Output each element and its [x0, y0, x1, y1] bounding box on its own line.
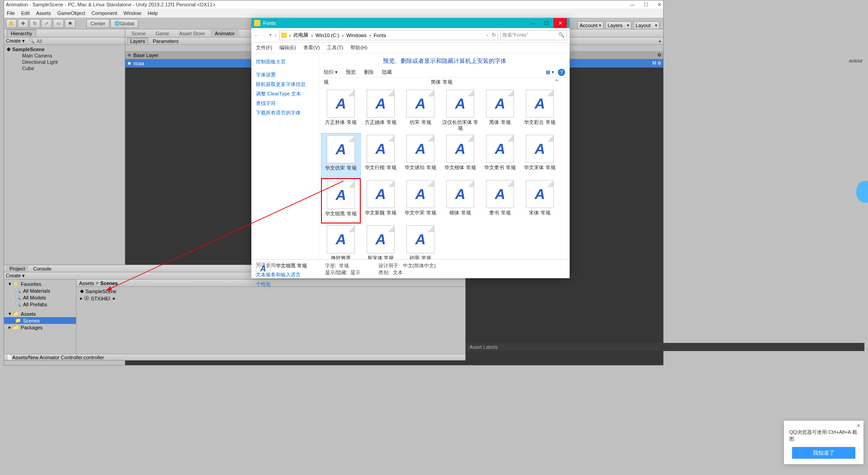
font-item[interactable]: 宋体 常规 — [520, 178, 560, 223]
hide-button[interactable]: 隐藏 — [382, 69, 392, 76]
popup-ok-button[interactable]: 我知道了 — [792, 447, 855, 459]
font-item[interactable]: 华文楷体 常规 — [440, 133, 480, 178]
sidebar-link[interactable]: 联机获取更多字体信息 — [256, 80, 314, 89]
font-item[interactable]: 华文隶书 常规 — [480, 133, 520, 178]
menu-view[interactable]: 查看(V) — [303, 44, 320, 51]
sidebar-link[interactable]: 查找字符 — [256, 99, 314, 108]
menu-component[interactable]: Component — [91, 10, 117, 16]
font-item[interactable]: 华文细黑 常规 — [321, 178, 361, 223]
chevron-down-icon[interactable]: ⌄ — [486, 32, 489, 38]
back-icon[interactable]: ← — [254, 33, 259, 38]
hierarchy-item[interactable]: Cube — [4, 65, 125, 71]
help-icon[interactable]: ? — [558, 69, 565, 76]
fav-item[interactable]: 🔍 All Models — [4, 294, 76, 301]
subtab-parameters[interactable]: Parameters — [153, 38, 179, 44]
move-tool-icon[interactable]: ✥ — [18, 19, 28, 28]
favorites-header[interactable]: ▾ ⭐ Favorites — [4, 280, 76, 287]
close-icon[interactable]: ✕ — [856, 423, 861, 429]
menu-help[interactable]: 帮助(H) — [350, 44, 367, 51]
sidebar-link[interactable]: 控制面板主页 — [256, 57, 314, 66]
tab-scene[interactable]: Scene — [127, 30, 150, 37]
font-item[interactable]: 华文琥珀 常规 — [401, 133, 440, 178]
menu-window[interactable]: Window — [123, 10, 141, 16]
tab-game[interactable]: Game — [151, 30, 174, 37]
forward-icon[interactable]: → — [262, 33, 267, 38]
pivot-center-button[interactable]: Center — [86, 19, 109, 28]
minimize-icon[interactable]: — — [630, 2, 635, 8]
menu-help[interactable]: Help — [147, 10, 158, 16]
address-box[interactable]: ›此电脑 ›Win10 (C:) ›Windows ›Fonts ⌄↻ — [279, 30, 499, 40]
hand-tool-icon[interactable]: ✋ — [6, 19, 17, 28]
font-item[interactable]: 幼圆 常规 — [401, 223, 440, 259]
project-item-font[interactable]: ▸ Ⓐ STXIHEI ◂ — [79, 294, 462, 302]
sidebar-link[interactable]: 个性化 — [256, 280, 314, 289]
maximize-icon[interactable]: ☐ — [644, 2, 648, 8]
search-input[interactable]: 搜索"Fonts"🔍 — [500, 30, 567, 40]
sidebar-link[interactable]: 调整 ClearType 文本 — [256, 89, 314, 99]
recent-dropdown-icon[interactable]: ▾ — [269, 33, 272, 38]
add-layer-button[interactable]: + — [659, 38, 661, 44]
font-item[interactable]: 汉仪长仿宋体 常规 — [440, 88, 480, 133]
layout-dropdown[interactable]: Layout▾ — [633, 21, 660, 29]
menu-edit[interactable]: 编辑(E) — [279, 44, 296, 51]
side-bubble-icon[interactable] — [856, 181, 868, 203]
menu-tools[interactable]: 工具(T) — [327, 44, 343, 51]
hierarchy-item[interactable]: Directional Light — [4, 59, 125, 65]
font-item[interactable]: 华文新魏 常规 — [361, 178, 401, 223]
up-icon[interactable]: ↑ — [274, 33, 277, 38]
rect-tool-icon[interactable]: ▭ — [53, 19, 64, 28]
hierarchy-search-hint[interactable]: All — [37, 38, 42, 44]
font-item[interactable]: 华文仿宋 常规 — [321, 133, 361, 178]
organize-button[interactable]: 组织 ▾ — [324, 69, 338, 76]
minimize-icon[interactable]: — — [526, 18, 540, 28]
rotate-tool-icon[interactable]: ↻ — [29, 19, 40, 28]
pivot-global-button[interactable]: 🌐 Global — [110, 19, 138, 28]
explorer-titlebar[interactable]: Fonts — ☐ ✕ — [251, 18, 570, 28]
refresh-icon[interactable]: ↻ — [492, 32, 496, 38]
view-options-icon[interactable]: ▦ ▾ — [546, 69, 554, 75]
tab-console[interactable]: Console — [29, 266, 55, 272]
tab-animator[interactable]: Animator — [210, 30, 239, 37]
packages-folder[interactable]: ▸ 📁 Packages — [4, 324, 76, 331]
font-item[interactable]: 微软雅黑 — [321, 223, 361, 259]
font-item[interactable]: 隶书 常规 — [480, 178, 520, 223]
layers-dropdown[interactable]: Layers▾ — [605, 21, 632, 29]
account-dropdown[interactable]: Account▾ — [577, 21, 604, 29]
delete-button[interactable]: 删除 — [364, 69, 374, 76]
menu-file[interactable]: File — [7, 10, 15, 16]
font-item[interactable]: 华文中宋 常规 — [401, 178, 440, 223]
tab-asset-store[interactable]: Asset Store — [175, 30, 209, 37]
transform-tool-icon[interactable]: ✱ — [65, 19, 75, 28]
font-item[interactable]: 楷体 常规 — [440, 178, 480, 223]
sidebar-link[interactable]: 字体设置 — [256, 70, 314, 80]
menu-gameobject[interactable]: GameObject — [57, 10, 85, 16]
fav-item[interactable]: 🔍 All Materials — [4, 287, 76, 294]
hierarchy-item[interactable]: Main Camera — [4, 52, 125, 59]
fav-item[interactable]: 🔍 All Prefabs — [4, 301, 76, 308]
font-item[interactable]: 华文行楷 常规 — [361, 133, 401, 178]
hierarchy-tab[interactable]: Hierarchy — [7, 29, 36, 37]
scene-row[interactable]: ◆ SampleScene — [4, 46, 125, 52]
maximize-icon[interactable]: ☐ — [540, 18, 553, 28]
menu-file[interactable]: 文件(F) — [256, 44, 272, 51]
font-item[interactable]: 黑体 常规 — [480, 88, 520, 133]
close-icon[interactable]: ✕ — [657, 2, 661, 8]
chevron-up-icon[interactable]: ⌃ — [555, 79, 559, 86]
close-icon[interactable]: ✕ — [553, 18, 567, 28]
font-item[interactable]: 方正姚体 常规 — [361, 88, 401, 133]
font-item[interactable]: 仿宋 常规 — [401, 88, 440, 133]
font-item[interactable]: 方正舒体 常规 — [321, 88, 361, 133]
font-item[interactable]: 新宋体 常规 — [361, 223, 401, 259]
layer-settings-icon[interactable]: M ⚙ — [652, 61, 661, 66]
gear-icon[interactable]: ⚙ — [657, 52, 661, 57]
assets-folder[interactable]: ▾ 📁 Assets — [4, 310, 76, 317]
project-create[interactable]: Create ▾ — [6, 273, 25, 279]
sidebar-link[interactable]: 下载所有语言的字体 — [256, 108, 314, 118]
hierarchy-create[interactable]: Create ▾ — [6, 38, 25, 44]
scenes-folder[interactable]: 📁 Scenes — [4, 317, 76, 324]
menu-assets[interactable]: Assets — [36, 10, 51, 16]
font-item[interactable]: 华文彩云 常规 — [520, 88, 560, 133]
font-grid[interactable]: 规简体 常规⌃ 方正舒体 常规方正姚体 常规仿宋 常规汉仪长仿宋体 常规黑体 常… — [319, 78, 570, 259]
menu-edit[interactable]: Edit — [21, 10, 30, 16]
preview-button[interactable]: 预览 — [346, 69, 356, 76]
